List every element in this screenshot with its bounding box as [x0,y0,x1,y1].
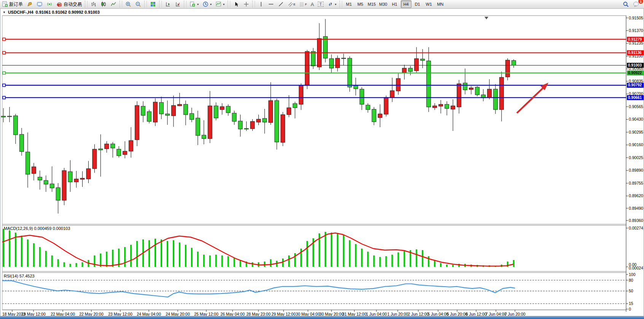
candle-body [257,119,261,122]
new-order-icon [2,1,8,7]
autotrade-label: 自动交易 [64,1,82,8]
notification-badge: 1 [638,0,644,4]
bar-chart-button[interactable] [89,0,98,8]
candle-chart-button[interactable] [99,0,108,8]
trendline-tool-button[interactable] [276,0,285,8]
vline-icon [258,1,264,7]
line-chart-button[interactable] [109,0,118,8]
arrows-tool-button[interactable]: ▾ [326,0,338,8]
zoom-out-button[interactable] [134,0,143,8]
chart-title: ▼ USDCHF-,H4 0.91061 0.91062 0.90992 0.9… [3,10,100,14]
candle-body [451,106,455,109]
macd-histogram-bar [294,253,296,267]
macd-histogram-bar [434,260,435,267]
hline-anchor[interactable] [3,38,5,41]
macd-histogram-bar [270,259,271,267]
crosshair-tool-button[interactable] [242,0,251,8]
candle-body [329,59,333,68]
macd-histogram-bar [106,252,107,267]
timeframe-button-MN[interactable]: MN [435,0,446,8]
taskbar-strip [0,316,644,319]
chart-canvas[interactable]: 0.915050.913700.912350.911000.909650.908… [0,9,644,316]
indicators-button[interactable]: ▾ [214,0,226,8]
timeframe-button-W1[interactable]: W1 [424,0,434,8]
price-tick-label: 0.89755 [629,181,643,185]
macd-histogram-bar [155,239,156,267]
auto-scroll-button[interactable] [163,0,172,8]
tile-windows-button[interactable] [148,0,158,8]
macd-histogram-bar [228,256,229,267]
candle-body [244,129,249,129]
macd-histogram-bar [331,233,332,267]
channel-tool-button[interactable]: E [286,0,297,8]
notifications-button[interactable]: 1 [631,0,641,8]
macd-histogram-bar [81,262,83,267]
timeframe-button-H4[interactable]: H4 [401,0,411,8]
candle-body [74,179,78,182]
text-tool-button[interactable]: A [309,0,316,8]
timeframe-button-D1[interactable]: D1 [412,0,423,8]
candle-body [238,121,242,129]
hline-tool-button[interactable] [266,0,276,8]
new-chart-button[interactable]: ▾ [188,0,200,8]
search-button[interactable] [621,0,631,8]
timeframe-button-M5[interactable]: M5 [355,0,366,8]
candle-body [305,51,309,86]
candle-body [269,100,273,123]
vline-tool-button[interactable] [257,0,266,8]
timeframe-button-M15[interactable]: M15 [367,0,377,8]
dropdown-arrow-icon: ▾ [223,3,225,6]
candle-body [26,152,30,174]
macd-histogram-bar [446,265,448,267]
price-line-badge-text: 0.91279 [628,37,642,41]
dropdown-arrow-icon: ▾ [197,3,199,6]
time-axis-label: 7 Jun 04:00 [486,312,507,316]
macd-histogram-bar [9,230,10,267]
signal-button[interactable] [45,0,54,8]
candle-body [208,106,212,139]
candle-body [214,106,218,118]
new-order-button[interactable]: 新订单 [0,0,24,8]
dropdown-arrow-icon: ▾ [210,3,212,6]
candle-body [19,134,24,152]
candle-body [190,113,194,120]
candle-body [299,85,303,104]
chart-shift-button[interactable] [173,0,182,8]
toolbar: 新订单 自动交易 [0,0,644,9]
candle-body [171,105,175,116]
timeframe-button-M30[interactable]: M30 [378,0,389,8]
chart-window[interactable]: ▼ USDCHF-,H4 0.91061 0.91062 0.90992 0.9… [0,8,644,316]
zoom-in-button[interactable] [124,0,133,8]
indicators-icon [215,1,222,7]
price-line-badge-text: 0.91136 [628,51,642,55]
candle-body [433,106,437,108]
timeframe-button-M1[interactable]: M1 [344,0,354,8]
trend-arrow[interactable] [517,87,544,113]
hline-anchor[interactable] [3,72,5,74]
cursor-tool-button[interactable] [232,0,241,8]
hline-anchor[interactable] [3,96,5,99]
time-axis-label: 7 Jun 20:00 [505,312,526,316]
rsi-axis-label: 100 [629,272,636,277]
timeframe-button-H1[interactable]: H1 [389,0,400,8]
hline-anchor[interactable] [3,84,5,86]
period-button[interactable]: ▾ [201,0,213,8]
macd-axis-label: 0.002741 [629,226,644,230]
label-tool-button[interactable]: T [316,0,325,8]
autotrade-button[interactable]: 自动交易 [55,0,83,8]
candle-body [111,144,115,148]
hline-anchor[interactable] [3,51,5,54]
fibonacci-tool-button[interactable]: F [298,0,308,8]
macd-histogram-bar [173,240,174,267]
chart-shift-marker[interactable] [485,17,488,19]
rsi-axis-label: 15 [629,301,633,306]
candle-body [311,51,315,66]
time-axis-label: 30 May 20:00 [319,312,344,316]
market-watch-button[interactable] [35,0,44,8]
macd-histogram-bar [440,263,442,267]
styler-button[interactable] [25,0,34,8]
macd-histogram-bar [33,243,35,267]
candle-body [457,84,461,107]
chart-collapse-arrow-icon[interactable]: ▼ [3,11,6,14]
autotrade-icon [56,1,62,7]
